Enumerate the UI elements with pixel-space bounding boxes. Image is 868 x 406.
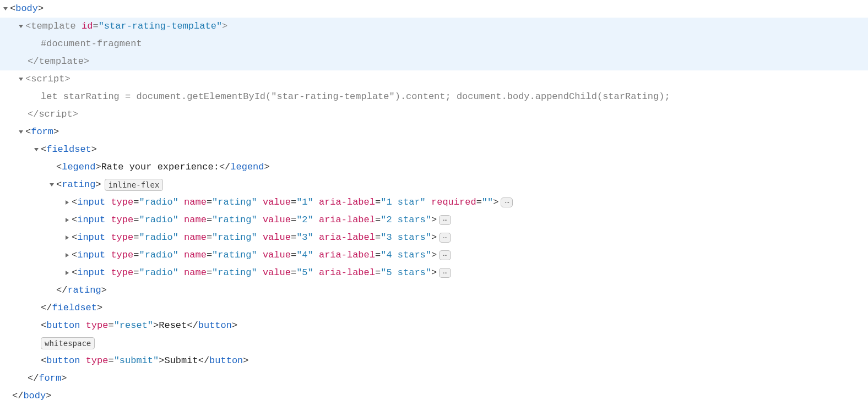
disclosure-down-icon[interactable] [18,18,24,35]
display-badge: inline-flex [105,179,164,191]
attr-value: 5 [302,264,307,282]
svg-marker-8 [66,235,69,240]
attr-name: value [263,264,291,282]
disclosure-down-icon[interactable] [18,123,24,141]
node-form-open[interactable]: <form> [0,123,868,141]
tag-name: script [31,70,64,88]
tag-name: button [46,352,80,370]
node-template-open[interactable]: <template id="star-rating-template"> [0,18,868,35]
node-input-row[interactable]: <input type="radio" name="rating" value=… [0,229,868,246]
attr-name: name [184,264,207,282]
attr-name: aria-label [319,264,375,282]
node-fieldset-close[interactable]: </fieldset> [0,299,868,317]
tag-name: fieldset [46,141,91,158]
node-script-close[interactable]: </script> [0,106,868,123]
attr-value: rating [218,246,251,264]
attr-name: type [111,229,133,246]
tag-name: button [46,317,80,334]
attr-value: 1 star [386,194,420,211]
dom-tree: <body> <template id="star-rating-templat… [0,0,868,405]
svg-marker-3 [19,130,23,134]
ellipsis-icon[interactable]: … [439,268,451,278]
attr-name: aria-label [319,211,375,229]
attr-value: 4 stars [386,246,425,264]
disclosure-right-icon[interactable] [64,194,70,211]
attr-value: 1 [302,194,307,211]
attr-value: radio [145,229,173,246]
node-body-close[interactable]: </body> [0,387,868,405]
attr-value: radio [145,194,173,211]
node-input-row[interactable]: <input type="radio" name="rating" value=… [0,264,868,282]
disclosure-down-icon[interactable] [33,141,40,158]
script-code-text: let starRating = document.getElementById… [41,88,670,106]
tag-name: script [39,106,72,123]
node-input-row[interactable]: <input type="radio" name="rating" value=… [0,194,868,211]
attr-value: rating [218,229,251,246]
disclosure-right-icon[interactable] [64,211,70,229]
attr-value: radio [145,211,173,229]
attr-name: name [184,194,207,211]
attr-name: name [184,246,207,264]
attr-name: type [86,317,109,334]
disclosure-down-icon[interactable] [2,0,9,18]
node-rating-close[interactable]: </rating> [0,282,868,299]
ellipsis-icon[interactable]: … [439,233,451,243]
button-text: Reset [159,317,187,334]
node-script-open[interactable]: <script> [0,70,868,88]
svg-marker-6 [66,200,69,205]
ellipsis-icon[interactable]: … [501,197,513,207]
tag-name: input [77,211,105,229]
attr-name: name [184,229,207,246]
ellipsis-icon[interactable]: … [439,215,451,225]
attr-name: value [263,194,291,211]
attr-name: id [82,18,93,35]
attr-name: type [111,246,133,264]
node-whitespace[interactable]: whitespace [0,334,868,352]
node-input-row[interactable]: <input type="radio" name="rating" value=… [0,211,868,229]
node-template-close[interactable]: </template> [0,53,868,70]
attr-name: value [263,229,291,246]
tag-name: body [23,387,46,405]
node-legend[interactable]: <legend>Rate your experience:</legend> [0,158,868,176]
node-rating-open[interactable]: <rating> inline-flex [0,176,868,194]
attr-value: 2 [302,211,307,229]
node-form-close[interactable]: </form> [0,370,868,387]
attr-value: 5 stars [386,264,425,282]
disclosure-down-icon[interactable] [48,176,55,194]
attr-value: 3 stars [386,229,425,246]
document-fragment-text: #document-fragment [41,35,142,53]
attr-value: 4 [302,246,307,264]
node-document-fragment[interactable]: #document-fragment [0,35,868,53]
attr-name: value [263,246,291,264]
attr-value: star-rating-template [104,18,216,35]
svg-marker-7 [66,218,69,222]
node-fieldset-open[interactable]: <fieldset> [0,141,868,158]
legend-text: Rate your experience: [101,158,219,176]
attr-name: aria-label [319,194,375,211]
disclosure-right-icon[interactable] [64,246,70,264]
svg-marker-10 [66,271,69,275]
attr-value: submit [120,352,153,370]
tag-name: body [15,0,38,18]
node-script-code[interactable]: let starRating = document.getElementById… [0,88,868,106]
tag-name: form [31,123,53,141]
attr-value: 3 [302,229,307,246]
attr-name: value [263,211,291,229]
attr-name: type [86,352,109,370]
tag-name: button [209,352,243,370]
disclosure-right-icon[interactable] [64,229,70,246]
node-input-row[interactable]: <input type="radio" name="rating" value=… [0,246,868,264]
ellipsis-icon[interactable]: … [439,250,451,260]
attr-name: aria-label [319,229,375,246]
attr-value: radio [145,246,173,264]
node-submit-button[interactable]: <button type="submit">Submit</button> [0,352,868,370]
tag-name: form [39,370,61,387]
disclosure-right-icon[interactable] [64,264,70,282]
tag-name: input [77,246,105,264]
attr-value: 2 stars [386,211,425,229]
tag-name: rating [67,282,101,299]
disclosure-down-icon[interactable] [18,70,24,88]
node-body-open[interactable]: <body> [0,0,868,18]
node-reset-button[interactable]: <button type="reset">Reset</button> [0,317,868,334]
button-text: Submit [164,352,198,370]
